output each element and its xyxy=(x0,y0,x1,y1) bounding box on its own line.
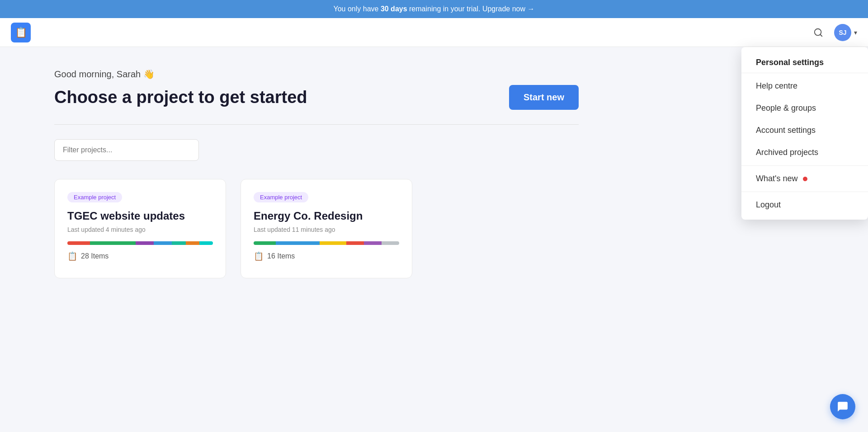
menu-item-account-settings[interactable]: Account settings xyxy=(741,119,868,141)
search-icon xyxy=(813,28,823,38)
user-dropdown-menu: Personal settings Help centre People & g… xyxy=(741,47,868,220)
items-count-1: 16 Items xyxy=(267,252,295,260)
chat-icon xyxy=(837,401,849,413)
project-color-bar-0 xyxy=(67,241,213,245)
color-seg xyxy=(364,241,382,245)
project-updated-0: Last updated 4 minutes ago xyxy=(67,226,213,233)
chevron-down-icon: ▾ xyxy=(854,29,857,36)
items-icon: 📋 xyxy=(67,251,77,261)
color-seg xyxy=(172,241,185,245)
project-updated-1: Last updated 11 minutes ago xyxy=(254,226,399,233)
content-divider xyxy=(54,124,579,125)
banner-prefix: You only have xyxy=(333,5,380,13)
project-items-0: 📋 28 Items xyxy=(67,251,213,261)
dropdown-divider-bottom xyxy=(741,192,868,192)
header: 📋 SJ ▾ Personal settings Help centre Peo… xyxy=(0,18,868,47)
color-seg xyxy=(67,241,90,245)
greeting: Good morning, Sarah 👋 xyxy=(54,69,579,80)
project-title-1: Energy Co. Redesign xyxy=(254,210,399,222)
logo-icon: 📋 xyxy=(15,27,27,38)
banner-suffix: remaining in your trial. Upgrade now → xyxy=(407,5,535,13)
avatar-button[interactable]: SJ ▾ xyxy=(834,24,857,41)
color-seg xyxy=(320,241,346,245)
page-header-row: Choose a project to get started Start ne… xyxy=(54,85,579,110)
color-seg xyxy=(199,241,213,245)
items-icon: 📋 xyxy=(254,251,264,261)
projects-grid: Example project TGEC website updates Las… xyxy=(54,179,579,278)
banner-days: 30 days xyxy=(381,5,407,13)
chat-bubble-button[interactable] xyxy=(830,394,855,419)
svg-line-1 xyxy=(820,34,822,36)
project-card-0[interactable]: Example project TGEC website updates Las… xyxy=(54,179,226,278)
color-seg xyxy=(136,241,154,245)
color-seg xyxy=(346,241,364,245)
example-badge-1: Example project xyxy=(254,192,308,202)
menu-item-archived-projects[interactable]: Archived projects xyxy=(741,141,868,164)
color-seg xyxy=(254,241,276,245)
dropdown-section-title: Personal settings xyxy=(741,51,868,71)
app-logo[interactable]: 📋 xyxy=(11,23,31,42)
menu-item-whats-new[interactable]: What's new xyxy=(741,168,868,190)
avatar: SJ xyxy=(834,24,851,41)
whats-new-notification-dot xyxy=(803,177,807,181)
main-content: Good morning, Sarah 👋 Choose a project t… xyxy=(0,47,633,300)
items-count-0: 28 Items xyxy=(81,252,108,260)
color-seg xyxy=(90,241,136,245)
header-right: SJ ▾ xyxy=(810,24,857,41)
search-button[interactable] xyxy=(810,24,827,41)
dropdown-divider-top xyxy=(741,73,868,73)
color-seg xyxy=(382,241,399,245)
project-card-1[interactable]: Example project Energy Co. Redesign Last… xyxy=(241,179,412,278)
menu-item-people-groups[interactable]: People & groups xyxy=(741,97,868,119)
color-seg xyxy=(276,241,320,245)
color-seg xyxy=(186,241,199,245)
trial-banner: You only have 30 days remaining in your … xyxy=(0,0,868,18)
filter-projects-input[interactable] xyxy=(54,139,199,161)
menu-item-logout[interactable]: Logout xyxy=(741,194,868,216)
start-new-button[interactable]: Start new xyxy=(509,85,579,110)
dropdown-divider-mid xyxy=(741,165,868,166)
page-title: Choose a project to get started xyxy=(54,88,307,107)
color-seg xyxy=(154,241,172,245)
menu-item-help-centre[interactable]: Help centre xyxy=(741,75,868,97)
project-color-bar-1 xyxy=(254,241,399,245)
example-badge-0: Example project xyxy=(67,192,122,202)
project-title-0: TGEC website updates xyxy=(67,210,213,222)
project-items-1: 📋 16 Items xyxy=(254,251,399,261)
